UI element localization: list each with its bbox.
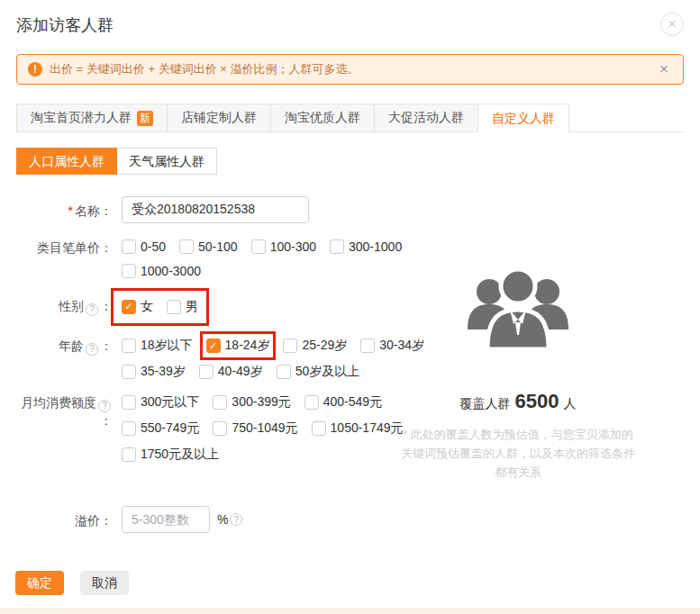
people-group-icon	[455, 259, 581, 366]
checkbox-label: 25-29岁	[302, 338, 347, 354]
checkbox-option[interactable]: 300元以下	[122, 394, 199, 411]
checkbox-icon[interactable]	[122, 447, 136, 462]
checkbox-icon[interactable]	[167, 300, 181, 314]
form-row-name: *名称：	[16, 196, 684, 223]
coverage-count: 6500	[515, 390, 559, 412]
checkbox-label: 18岁以下	[141, 338, 193, 354]
tab-shop-custom[interactable]: 店铺定制人群	[167, 104, 270, 131]
gender-highlight-box: ✓女男	[122, 299, 198, 315]
checkbox-label: 0-50	[141, 239, 166, 254]
modal-close-icon[interactable]: ×	[660, 13, 684, 36]
help-icon[interactable]: ?	[86, 343, 98, 356]
checkbox-option[interactable]: 0-50	[122, 239, 166, 254]
checkbox-label: 50岁及以上	[295, 364, 360, 380]
gender-options: ✓女男	[122, 299, 198, 315]
checkbox-icon[interactable]	[122, 365, 136, 379]
tab-custom-audience[interactable]: 自定义人群	[477, 104, 569, 132]
checkbox-option[interactable]: 400-549元	[305, 394, 382, 411]
checkbox-option[interactable]: 1000-3000	[122, 264, 201, 278]
checkbox-icon[interactable]	[330, 239, 344, 254]
checkbox-row: 1750元及以上	[122, 447, 404, 463]
subtab-demographic[interactable]: 人口属性人群	[16, 148, 117, 175]
coverage-count-line: 覆盖人群6500人	[383, 390, 653, 413]
category-price-options: 0-5050-100100-300300-10001000-3000	[122, 239, 402, 278]
checkbox-icon[interactable]	[283, 339, 297, 353]
checkbox-icon[interactable]	[213, 395, 227, 410]
checkbox-icon[interactable]	[122, 264, 136, 278]
help-icon[interactable]: ?	[98, 400, 111, 412]
checkbox-option[interactable]: 550-749元	[122, 420, 199, 437]
audience-name-input[interactable]	[122, 196, 309, 223]
checkbox-row: 550-749元750-1049元1050-1749元	[122, 420, 404, 437]
checkbox-icon[interactable]	[199, 365, 214, 379]
help-icon[interactable]: ?	[86, 303, 98, 316]
checkbox-label: 35-39岁	[141, 364, 186, 380]
checkbox-option[interactable]: 50-100	[179, 239, 238, 254]
percent-unit: %	[217, 506, 228, 533]
checkbox-option[interactable]: 25-29岁	[283, 338, 347, 354]
tab-label: 淘宝首页潜力人群	[31, 110, 132, 126]
checkbox-icon[interactable]	[179, 239, 194, 254]
name-field-label: *名称：	[16, 196, 122, 223]
checkbox-option[interactable]: 35-39岁	[122, 364, 186, 380]
premium-input[interactable]	[122, 506, 210, 533]
checkbox-row: 0-5050-100100-300300-1000	[122, 239, 402, 254]
coverage-label: 覆盖人群	[460, 396, 511, 411]
checkbox-label: 1750元及以上	[141, 447, 219, 463]
page-title: 添加访客人群	[16, 14, 684, 36]
tab-taobao-quality[interactable]: 淘宝优质人群	[270, 104, 374, 131]
checkbox-icon[interactable]	[277, 365, 291, 379]
checkbox-icon[interactable]	[312, 421, 326, 436]
checkbox-icon[interactable]	[360, 339, 375, 353]
checkbox-icon[interactable]	[122, 421, 136, 436]
coverage-panel: 覆盖人群6500人 * 此处的覆盖人数为预估值，与您宝贝添加的 关键词预估覆盖的…	[383, 259, 653, 482]
confirm-button[interactable]: 确定	[15, 571, 64, 595]
checkbox-label: 550-749元	[141, 420, 199, 437]
checkbox-label: 50-100	[198, 239, 238, 254]
checkbox-checked-icon[interactable]: ✓	[206, 339, 221, 353]
checkbox-icon[interactable]	[305, 395, 319, 410]
checkbox-option[interactable]: 50岁及以上	[277, 364, 360, 380]
checkbox-label: 100-300	[270, 239, 316, 254]
checkbox-option[interactable]: 100-300	[251, 239, 316, 254]
notice-close-icon[interactable]: ×	[656, 60, 672, 78]
checkbox-option[interactable]: 750-1049元	[213, 420, 297, 437]
checkbox-option[interactable]: ✓18-24岁	[206, 338, 270, 354]
checkbox-label: 300元以下	[141, 394, 199, 411]
tab-promo-activity[interactable]: 大促活动人群	[374, 104, 477, 131]
tab-bar: 淘宝首页潜力人群 新 店铺定制人群 淘宝优质人群 大促活动人群 自定义人群	[16, 104, 684, 132]
checkbox-option[interactable]: ✓女	[122, 299, 153, 315]
checkbox-icon[interactable]	[213, 421, 227, 436]
checkbox-icon[interactable]	[251, 239, 266, 254]
tab-label: 大促活动人群	[388, 110, 464, 126]
checkbox-option[interactable]: 男	[167, 299, 198, 315]
checkbox-label: 400-549元	[323, 394, 382, 411]
page-bottom-strip	[0, 609, 700, 614]
tab-taobao-homepage-potential[interactable]: 淘宝首页潜力人群 新	[16, 104, 167, 131]
help-icon[interactable]: ?	[230, 513, 242, 526]
coverage-unit: 人	[563, 396, 576, 411]
cancel-button[interactable]: 取消	[80, 571, 129, 595]
age-label: 年龄?：	[16, 338, 122, 380]
checkbox-option[interactable]: 18岁以下	[122, 338, 193, 354]
checkbox-icon[interactable]	[122, 239, 136, 254]
subtab-weather[interactable]: 天气属性人群	[117, 148, 217, 175]
new-badge: 新	[137, 111, 153, 126]
checkbox-option[interactable]: 40-49岁	[199, 364, 263, 380]
required-mark: *	[68, 203, 73, 218]
tab-label: 店铺定制人群	[181, 110, 257, 126]
alert-icon: !	[28, 62, 42, 77]
coverage-note: * 此处的覆盖人数为预估值，与您宝贝添加的 关键词预估覆盖的人群，以及本次的筛选…	[383, 425, 653, 482]
checkbox-checked-icon[interactable]: ✓	[122, 300, 136, 314]
checkbox-option[interactable]: 300-399元	[213, 394, 290, 411]
footer-actions: 确定 取消	[15, 571, 129, 595]
checkbox-option[interactable]: 1750元及以上	[122, 447, 219, 463]
checkbox-label: 18-24岁	[225, 338, 270, 354]
notice-text: 出价 = 关键词出价 + 关键词出价 × 溢价比例；人群可多选。	[50, 61, 656, 77]
premium-label: 溢价：	[16, 506, 122, 533]
checkbox-icon[interactable]	[122, 395, 136, 410]
checkbox-row: 300元以下300-399元400-549元	[122, 394, 404, 411]
checkbox-option[interactable]: 300-1000	[330, 239, 402, 254]
checkbox-icon[interactable]	[122, 339, 136, 353]
checkbox-row: 1000-3000	[122, 264, 402, 278]
